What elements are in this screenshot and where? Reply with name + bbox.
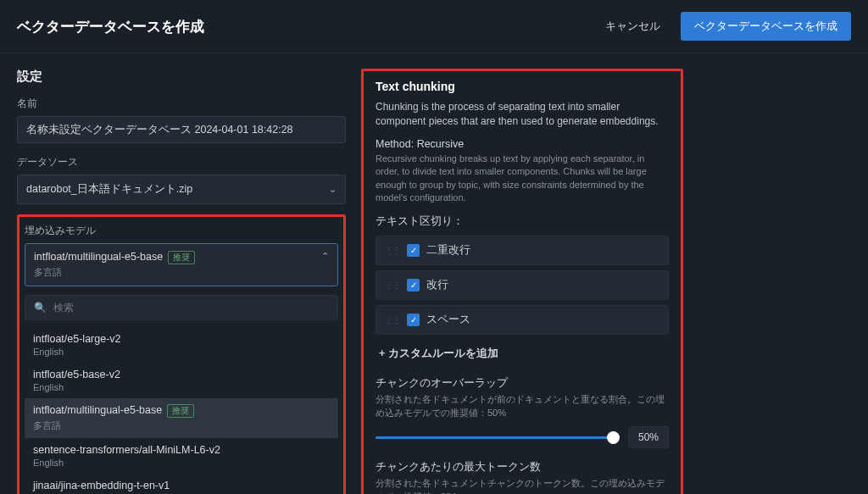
chunking-panel: Text chunking Chunking is the process of…	[361, 69, 683, 494]
source-value: datarobot_日本語ドキュメント.zip	[26, 182, 192, 197]
selected-model-name: intfloat/multilingual-e5-base推奨	[34, 251, 195, 264]
recommended-badge: 推奨	[167, 404, 194, 418]
separator-label: テキスト区切り：	[376, 214, 669, 229]
drag-handle-icon[interactable]: ⋮⋮	[385, 280, 400, 290]
separator-checkbox[interactable]: ✓	[407, 279, 420, 291]
embed-model-section: 埋め込みモデル intfloat/multilingual-e5-base推奨 …	[17, 214, 346, 494]
model-option-name: intfloat/multilingual-e5-base推奨	[33, 404, 330, 418]
separator-text: 二重改行	[426, 243, 470, 258]
source-label: データソース	[17, 155, 346, 169]
separator-checkbox[interactable]: ✓	[407, 314, 420, 326]
tokens-desc: 分割された各ドキュメントチャンクのトークン数。この埋め込みモデルでの推奨値：38…	[376, 477, 669, 494]
name-label: 名前	[17, 97, 346, 111]
recommended-badge: 推奨	[168, 251, 195, 264]
model-option-name: intfloat/e5-base-v2	[33, 369, 330, 380]
separator-list: ⋮⋮✓二重改行⋮⋮✓改行⋮⋮✓スペース	[376, 236, 669, 335]
overlap-label: チャンクのオーバーラップ	[376, 376, 669, 391]
embed-model-select[interactable]: intfloat/multilingual-e5-base推奨 多言語 ⌃	[25, 243, 338, 286]
model-option-name: intfloat/e5-large-v2	[33, 333, 330, 345]
method-label: Method: Recursive	[376, 138, 669, 150]
separator-text: 改行	[426, 278, 448, 292]
model-option-sub: 多言語	[33, 419, 330, 432]
overlap-slider[interactable]	[376, 436, 620, 439]
model-options-list: intfloat/e5-large-v2Englishintfloat/e5-b…	[25, 327, 338, 494]
model-option[interactable]: intfloat/e5-base-v2English	[25, 363, 338, 398]
chunking-desc: Chunking is the process of separating te…	[376, 100, 669, 130]
source-select[interactable]: datarobot_日本語ドキュメント.zip ⌄	[17, 175, 346, 204]
create-button[interactable]: ベクターデータベースを作成	[681, 12, 851, 41]
add-custom-rule[interactable]: + カスタムルールを追加	[376, 340, 669, 368]
name-input[interactable]	[17, 116, 346, 143]
search-icon: 🔍	[34, 302, 47, 314]
model-option-sub: English	[33, 458, 330, 468]
model-option[interactable]: jinaai/jina-embedding-t-en-v1English	[25, 474, 338, 494]
settings-heading: 設定	[17, 69, 346, 85]
header-actions: キャンセル ベクターデータベースを作成	[595, 12, 851, 41]
page-title: ベクターデータベースを作成	[17, 17, 204, 36]
separator-row: ⋮⋮✓スペース	[376, 305, 669, 335]
search-input[interactable]	[53, 302, 329, 314]
slider-thumb[interactable]	[607, 431, 620, 444]
drag-handle-icon[interactable]: ⋮⋮	[385, 246, 400, 255]
model-option-name: jinaai/jina-embedding-t-en-v1	[33, 480, 330, 491]
selected-model-sub: 多言語	[34, 266, 195, 279]
method-desc: Recursive chunking breaks up text by app…	[376, 153, 669, 205]
chunking-title: Text chunking	[376, 80, 669, 93]
chevron-down-icon: ⌄	[329, 184, 337, 195]
model-option-sub: English	[33, 382, 330, 392]
model-option-name: sentence-transformers/all-MiniLM-L6-v2	[33, 444, 330, 456]
page-header: ベクターデータベースを作成 キャンセル ベクターデータベースを作成	[0, 0, 868, 53]
model-option[interactable]: intfloat/e5-large-v2English	[25, 327, 338, 363]
model-search[interactable]: 🔍	[25, 295, 338, 320]
tokens-label: チャンクあたりの最大トークン数	[376, 460, 669, 475]
chevron-up-icon: ⌃	[321, 251, 329, 262]
overlap-value: 50%	[628, 426, 669, 448]
embed-label: 埋め込みモデル	[25, 224, 338, 238]
separator-text: スペース	[426, 313, 470, 327]
separator-row: ⋮⋮✓改行	[376, 270, 669, 300]
cancel-button[interactable]: キャンセル	[595, 12, 670, 41]
separator-checkbox[interactable]: ✓	[407, 244, 420, 257]
model-option[interactable]: sentence-transformers/all-MiniLM-L6-v2En…	[25, 438, 338, 474]
overlap-desc: 分割された各ドキュメントが前のドキュメントと重なる割合。この埋め込みモデルでの推…	[376, 393, 669, 419]
drag-handle-icon[interactable]: ⋮⋮	[385, 315, 400, 325]
separator-row: ⋮⋮✓二重改行	[376, 236, 669, 265]
model-option[interactable]: intfloat/multilingual-e5-base推奨多言語	[25, 398, 338, 438]
model-option-sub: English	[33, 347, 330, 357]
